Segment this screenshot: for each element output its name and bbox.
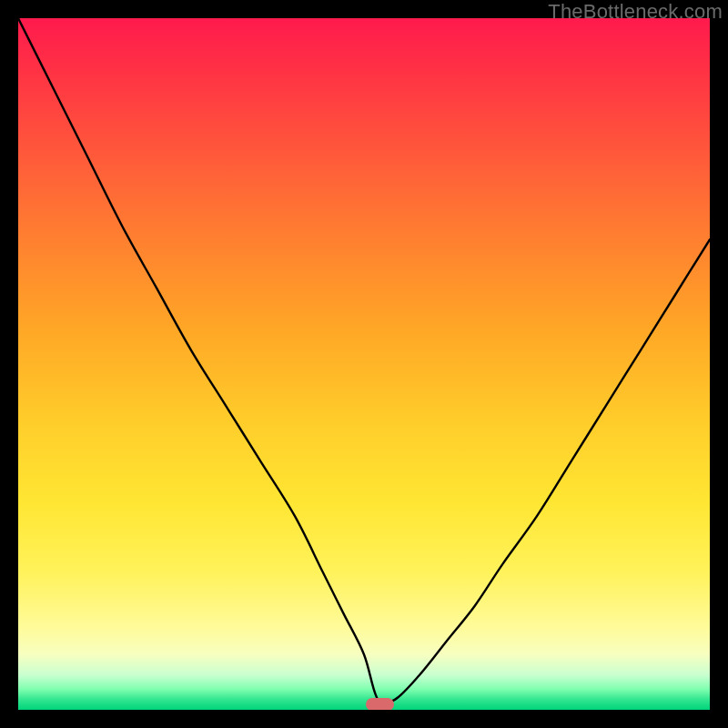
plot-area [18, 18, 710, 710]
bottleneck-curve [18, 18, 710, 710]
chart-container: TheBottleneck.com [0, 0, 728, 728]
optimal-marker [366, 698, 393, 710]
